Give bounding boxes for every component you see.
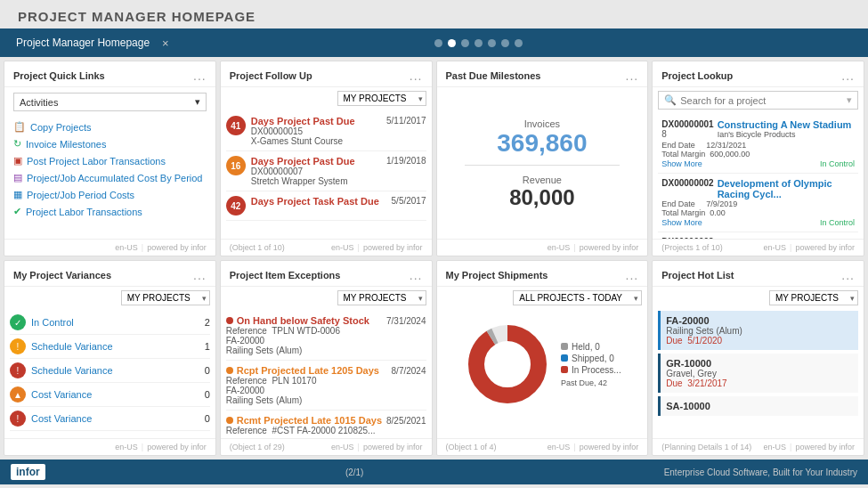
footer-locale-v: en-US (115, 443, 138, 451)
variance-count-3: 0 (205, 365, 210, 376)
lookup-page: (Projects 1 of 10) (661, 243, 723, 252)
dot-1[interactable] (434, 39, 442, 47)
pdm-footer: en-US | powered by infor (437, 239, 648, 256)
svg-point-1 (476, 333, 539, 395)
variance-label-1[interactable]: In Control (31, 317, 199, 328)
labor-icon: ✔ (13, 206, 21, 217)
variance-item-3: ! Schedule Variance 0 (10, 359, 210, 383)
dot-4[interactable] (475, 39, 483, 47)
activities-dropdown[interactable]: Activities ▾ (13, 93, 207, 111)
pdm-divider (465, 165, 619, 166)
lookup-sub-1: Ian's Bicycle Products (718, 130, 855, 139)
variance-label-5[interactable]: Cost Variance (31, 413, 199, 424)
shipments-legend: Held, 0 Shipped, 0 In Process... Past Du… (561, 340, 621, 389)
shipments-select[interactable]: ALL PROJECTS - TODAY (513, 290, 642, 305)
footer-locale-fu: en-US (331, 243, 354, 252)
footer-powered-fu: powered by infor (363, 243, 423, 252)
project-search-input[interactable] (680, 95, 843, 106)
footer-bar: infor (2/1) Enterprise Cloud Software, B… (0, 460, 868, 484)
exceptions-select[interactable]: MY PROJECTS (337, 290, 426, 305)
dot-7[interactable] (515, 39, 523, 47)
variance-label-2[interactable]: Schedule Variance (31, 341, 199, 352)
tab-label[interactable]: Project Manager Homepage (9, 37, 157, 49)
widget-menu-hot-list[interactable]: ... (841, 268, 855, 282)
follow-up-ref-2: DX00000007 (251, 167, 381, 176)
widget-menu-lookup[interactable]: ... (841, 69, 855, 83)
variance-label-3[interactable]: Schedule Variance (31, 365, 199, 376)
post-project-labor-link[interactable]: Post Project Labor Transactions (27, 156, 166, 167)
widget-my-project-variances: My Project Variances ... MY PROJECTS ▾ ✓… (4, 260, 216, 456)
variance-count-5: 0 (205, 413, 210, 424)
exception-date-3: 8/25/2021 (386, 416, 426, 426)
search-dropdown-icon[interactable]: ▾ (847, 94, 852, 106)
follow-up-item-2: 16 Days Project Past Due DX00000007 Stre… (226, 151, 426, 191)
lookup-show-more-2[interactable]: Show More (661, 218, 702, 227)
exceptions-page: (Object 1 of 29) (230, 443, 285, 451)
lookup-show-more-1[interactable]: Show More (661, 159, 702, 168)
footer-logo: infor (11, 464, 45, 480)
lookup-id-2: DX00000002 (661, 178, 713, 188)
dot-5[interactable] (488, 39, 496, 47)
variance-label-4[interactable]: Cost Variance (31, 389, 199, 400)
lookup-item-3: DX00000003 25 X-Games Stunt Course Schwi… (658, 232, 858, 239)
footer-powered-ex: powered by infor (363, 443, 423, 451)
exception-ref-3: Reference #CST FA-20000 210825... (226, 426, 426, 435)
widget-project-item-exceptions: Project Item Exceptions ... MY PROJECTS … (220, 260, 433, 456)
project-job-period-link[interactable]: Project/Job Period Costs (27, 190, 134, 200)
exception-ref-2: Reference PLN 10170 (226, 376, 426, 386)
footer-powered: powered by infor (147, 243, 207, 252)
legend-shipped: Shipped, 0 (561, 354, 621, 363)
widget-project-hot-list: Project Hot List ... MY PROJECTS ▾ FA-20… (652, 260, 864, 456)
variance-item-4: ▲ Cost Variance 0 (10, 383, 210, 407)
footer-powered-v: powered by infor (147, 443, 207, 451)
search-icon: 🔍 (664, 94, 677, 106)
exceptions-footer: (Object 1 of 29) en-US | powered by info… (221, 438, 432, 455)
widget-title-hot-list: Project Hot List (661, 270, 734, 281)
widget-past-due-milestones: Past Due Milestones ... Invoices 369,860… (436, 61, 649, 256)
follow-up-select[interactable]: MY PROJECTS (337, 91, 426, 106)
hot-list-due-1: Due 5/1/2020 (666, 336, 853, 346)
invoice-milestones-link[interactable]: Invoice Milestones (26, 139, 107, 150)
project-labor-transactions-link[interactable]: Project Labor Transactions (26, 207, 142, 217)
widget-menu-variances[interactable]: ... (193, 268, 207, 282)
widget-menu-follow-up[interactable]: ... (410, 69, 423, 83)
project-search-box[interactable]: 🔍 ▾ (658, 91, 858, 110)
project-job-accumulated-link[interactable]: Project/Job Accumulated Cost By Period (27, 173, 202, 183)
shipments-donut-container: Held, 0 Shipped, 0 In Process... Past Du… (442, 311, 643, 418)
list-item: ✔ Project Labor Transactions (13, 203, 207, 220)
follow-up-title-3: Days Project Task Past Due (251, 196, 386, 207)
variances-footer: en-US | powered by infor (4, 438, 215, 455)
widget-menu-quick-links[interactable]: ... (193, 69, 207, 83)
dot-2[interactable] (448, 39, 456, 47)
widget-menu-exceptions[interactable]: ... (410, 268, 423, 282)
footer-powered-sh: powered by infor (580, 443, 639, 451)
legend-in-process: In Process... (561, 365, 621, 375)
dot-6[interactable] (501, 39, 509, 47)
list-item: ▤ Project/Job Accumulated Cost By Period (13, 169, 207, 186)
period-icon: ▦ (13, 189, 22, 200)
widget-title-variances: My Project Variances (13, 270, 111, 281)
variances-select[interactable]: MY PROJECTS (121, 290, 210, 305)
variance-item-2: ! Schedule Variance 1 (10, 335, 210, 359)
footer-locale: en-US (115, 243, 138, 252)
lookup-detail-2: Total Margin 600,000.00 (661, 150, 855, 159)
follow-up-date-1: 5/11/2017 (386, 116, 426, 126)
copy-projects-link[interactable]: Copy Projects (30, 122, 91, 133)
variance-count-1: 2 (205, 317, 210, 328)
footer-page-number: (2/1) (345, 468, 364, 477)
widget-menu-shipments[interactable]: ... (626, 268, 639, 282)
dot-3[interactable] (461, 39, 469, 47)
widget-menu-pdm[interactable]: ... (626, 69, 639, 83)
exception-item-2: Rcpt Projected Late 1205 Days 8/7/2024 R… (226, 361, 426, 411)
tab-close[interactable]: × (162, 37, 169, 50)
exception-title-1: On Hand below Safety Stock (237, 315, 369, 326)
variance-item-1: ✓ In Control 2 (10, 311, 210, 335)
lookup-footer: (Projects 1 of 10) en-US | powered by in… (653, 239, 864, 256)
hot-list-select[interactable]: MY PROJECTS (769, 290, 858, 305)
hot-list-footer: (Planning Details 1 of 14) en-US | power… (653, 438, 864, 455)
quick-links-footer: en-US | powered by infor (4, 239, 215, 256)
footer-locale-lu: en-US (764, 243, 787, 252)
exception-product-2: Railing Sets (Alum) (226, 395, 426, 405)
badge-41: 41 (226, 116, 246, 135)
post-icon: ▣ (13, 155, 22, 167)
